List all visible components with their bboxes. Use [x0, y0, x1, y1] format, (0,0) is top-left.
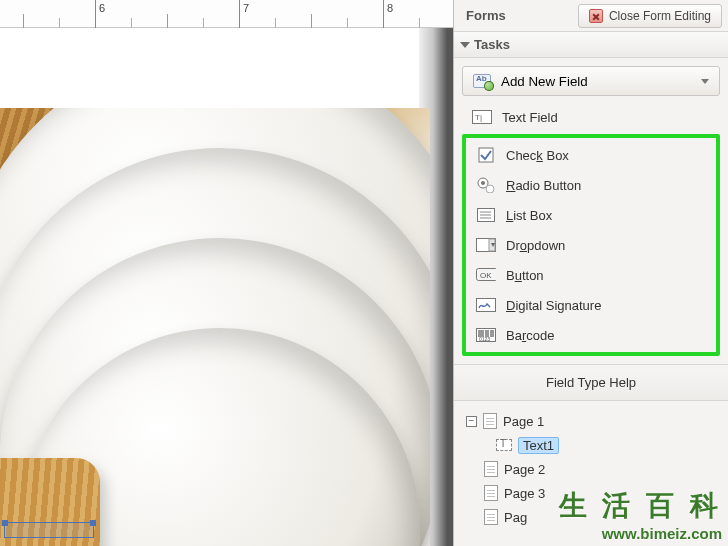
- close-form-editing-button[interactable]: Close Form Editing: [578, 4, 722, 28]
- ruler-tick-7: 7: [243, 2, 249, 14]
- horizontal-ruler: 6 7 8: [0, 0, 453, 28]
- highlighted-field-group: Check Box Radio Button List Box: [462, 134, 720, 356]
- barcode-icon: 0123: [476, 327, 496, 343]
- tree-field-text1[interactable]: Text1: [462, 433, 720, 457]
- text-field-label: Text Field: [502, 110, 714, 125]
- ruler-tick-8: 8: [387, 2, 393, 14]
- check-box-label: Check Box: [506, 148, 710, 163]
- page-icon: [484, 461, 498, 477]
- field-type-list-box[interactable]: List Box: [466, 200, 716, 230]
- digital-signature-icon: [476, 297, 496, 313]
- tasks-panel: Add New Field T| Text Field Check Box: [454, 58, 728, 539]
- tree-page-1[interactable]: − Page 1: [462, 409, 720, 433]
- tree-collapse-icon[interactable]: −: [466, 416, 477, 427]
- barcode-label: Barcode: [506, 328, 710, 343]
- field-type-digital-signature[interactable]: Digital Signature: [466, 290, 716, 320]
- button-icon: OK: [476, 267, 496, 283]
- dropdown-caret-icon: [701, 79, 709, 84]
- field-selection-handle[interactable]: [4, 522, 94, 538]
- field-type-list: T| Text Field Check Box: [462, 102, 720, 356]
- button-label: Button: [506, 268, 710, 283]
- embedded-image: [0, 108, 430, 546]
- tree-field-text1-label: Text1: [518, 437, 559, 454]
- digital-signature-label: Digital Signature: [506, 298, 710, 313]
- page-icon: [484, 509, 498, 525]
- tree-page-3[interactable]: Page 3: [462, 481, 720, 505]
- page-tree: − Page 1 Text1 Page 2 Page 3: [462, 409, 720, 529]
- field-type-help-label: Field Type Help: [546, 375, 636, 390]
- dropdown-label: Dropdown: [506, 238, 710, 253]
- tree-page-partial-label: Pag: [504, 510, 527, 525]
- svg-text:OK: OK: [480, 271, 492, 280]
- dropdown-icon: [476, 237, 496, 253]
- chevron-down-icon: [460, 42, 470, 48]
- tree-page-2[interactable]: Page 2: [462, 457, 720, 481]
- tree-page-1-label: Page 1: [503, 414, 544, 429]
- sidebar-title: Forms: [466, 8, 506, 23]
- svg-text:0123: 0123: [479, 336, 490, 342]
- text-field-tree-icon: [496, 439, 512, 451]
- close-icon: [589, 9, 603, 23]
- tasks-section-header[interactable]: Tasks: [454, 32, 728, 58]
- add-new-field-label: Add New Field: [501, 74, 588, 89]
- page-icon: [483, 413, 497, 429]
- svg-point-5: [486, 185, 494, 193]
- add-new-field-button[interactable]: Add New Field: [462, 66, 720, 96]
- svg-point-4: [481, 181, 485, 185]
- add-field-icon: [473, 74, 491, 88]
- ruler-tick-6: 6: [99, 2, 105, 14]
- radio-button-icon: [476, 177, 496, 193]
- field-type-barcode[interactable]: 0123 Barcode: [466, 320, 716, 350]
- close-form-editing-label: Close Form Editing: [609, 9, 711, 23]
- field-type-help-button[interactable]: Field Type Help: [454, 364, 728, 401]
- forms-sidebar: Forms Close Form Editing Tasks Add New F…: [453, 0, 728, 546]
- tree-page-2-label: Page 2: [504, 462, 545, 477]
- document-area: 6 7 8: [0, 0, 453, 546]
- sidebar-header: Forms Close Form Editing: [454, 0, 728, 32]
- list-box-label: List Box: [506, 208, 710, 223]
- field-type-text-field[interactable]: T| Text Field: [462, 102, 720, 132]
- app-root: 6 7 8 Forms Close Form Editing: [0, 0, 728, 546]
- field-type-radio-button[interactable]: Radio Button: [466, 170, 716, 200]
- check-box-icon: [476, 147, 496, 163]
- text-field-icon: T|: [472, 109, 492, 125]
- field-type-dropdown[interactable]: Dropdown: [466, 230, 716, 260]
- field-type-check-box[interactable]: Check Box: [466, 140, 716, 170]
- tree-page-3-label: Page 3: [504, 486, 545, 501]
- radio-button-label: Radio Button: [506, 178, 710, 193]
- document-page[interactable]: [0, 28, 453, 546]
- page-icon: [484, 485, 498, 501]
- tasks-title: Tasks: [474, 37, 510, 52]
- field-type-button[interactable]: OK Button: [466, 260, 716, 290]
- list-box-icon: [476, 207, 496, 223]
- tree-page-partial[interactable]: Pag: [462, 505, 720, 529]
- svg-text:T|: T|: [475, 113, 482, 122]
